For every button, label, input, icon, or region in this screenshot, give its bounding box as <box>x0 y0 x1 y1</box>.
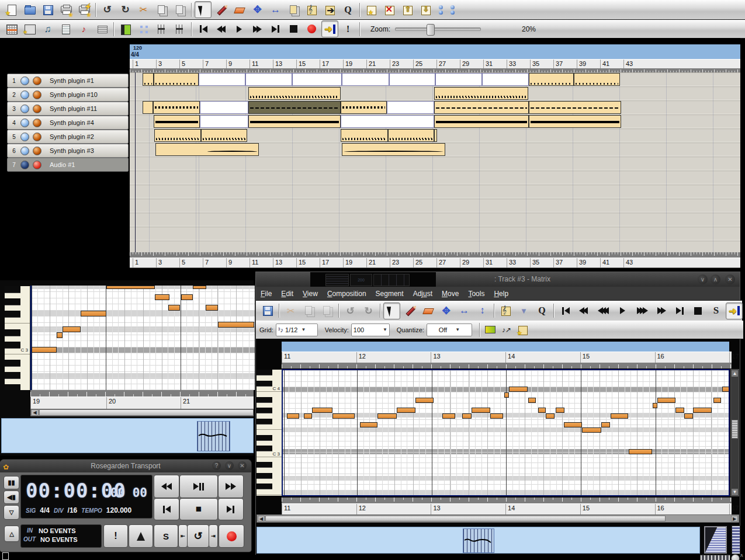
panorama-view-box[interactable] <box>463 528 494 553</box>
record-button[interactable] <box>219 524 244 548</box>
segment[interactable] <box>341 101 387 114</box>
segment[interactable] <box>143 73 154 86</box>
rewind-button[interactable] <box>575 302 592 319</box>
matrix-bar-ruler-bottom[interactable]: 11121314151617 <box>282 503 732 515</box>
close-icon[interactable]: ✕ <box>725 274 735 284</box>
midi-note[interactable] <box>206 305 218 311</box>
bar-ruler[interactable]: 192021 <box>30 396 254 409</box>
record-arm-led[interactable] <box>33 119 41 127</box>
vertical-scrollbar[interactable]: ▲ ▼ <box>730 369 739 496</box>
horizontal-zoom-slider[interactable] <box>700 555 730 560</box>
segment[interactable] <box>387 101 434 114</box>
panic-button[interactable]: ! <box>103 524 128 548</box>
track-header-3[interactable]: 3Synth plugin #11 <box>7 102 129 116</box>
segment[interactable] <box>342 143 445 156</box>
play-button[interactable] <box>614 302 631 319</box>
midi-note[interactable] <box>462 413 472 419</box>
segment[interactable] <box>388 129 434 142</box>
midi-note[interactable] <box>546 413 555 419</box>
midi-note[interactable] <box>81 311 106 316</box>
maximize-icon[interactable]: ∧ <box>711 274 720 284</box>
midi-note[interactable] <box>490 413 503 419</box>
segment[interactable] <box>389 73 435 86</box>
black-key[interactable] <box>5 342 20 349</box>
black-key[interactable] <box>5 372 20 379</box>
rewind-to-start-button[interactable] <box>557 302 574 319</box>
midi-note[interactable] <box>332 413 355 419</box>
zoom-slider[interactable] <box>395 27 481 31</box>
black-key[interactable] <box>257 419 272 425</box>
menu-help[interactable]: Help <box>489 290 513 298</box>
shade-icon[interactable]: ∨ <box>698 274 708 284</box>
midi-note[interactable] <box>684 413 693 419</box>
matrix-note-grid[interactable] <box>282 369 730 496</box>
black-key[interactable] <box>257 435 272 441</box>
stop-button[interactable]: ■ <box>179 498 218 520</box>
midi-mixer-button[interactable] <box>117 20 134 37</box>
midi-note[interactable] <box>564 422 582 427</box>
midi-note[interactable] <box>106 286 155 289</box>
step-back-button[interactable]: ◀▮ <box>4 491 19 504</box>
loop-end-button[interactable]: ⇥ <box>209 524 218 548</box>
menu-move[interactable]: Move <box>437 290 463 298</box>
panorama-strip[interactable] <box>1 418 254 453</box>
cut-button[interactable]: ✂ <box>282 302 299 319</box>
record-button[interactable] <box>303 20 320 37</box>
midi-note[interactable] <box>415 398 434 403</box>
select-tool-button[interactable] <box>195 1 212 18</box>
mute-led[interactable] <box>20 76 29 85</box>
midi-note[interactable] <box>181 294 193 300</box>
zoom-panner-widget[interactable] <box>704 526 727 554</box>
midi-note[interactable] <box>528 398 536 403</box>
vertical-zoom-slider[interactable] <box>732 526 740 554</box>
menu-composition[interactable]: Composition <box>323 290 371 298</box>
mute-led[interactable] <box>20 119 29 127</box>
rewind-button[interactable] <box>154 475 179 498</box>
select-tool-button[interactable] <box>383 302 400 319</box>
rewind-to-start-button[interactable] <box>154 498 179 520</box>
play-pause-button[interactable] <box>179 475 218 498</box>
midi-note[interactable] <box>675 408 684 413</box>
track-label[interactable]: Synth plugin #1 <box>50 77 94 84</box>
black-key[interactable] <box>5 311 20 318</box>
segment-button[interactable]: ➔ <box>321 1 338 18</box>
bar-ruler-bottom[interactable]: 135791113151719212325272931333537394143 <box>130 258 740 268</box>
midi-out-led[interactable] <box>447 1 458 18</box>
draw-tool-button[interactable] <box>401 302 418 319</box>
midi-note[interactable] <box>713 398 721 403</box>
segment[interactable] <box>245 73 292 86</box>
black-key[interactable] <box>257 370 272 375</box>
midi-note[interactable] <box>509 387 528 392</box>
segment[interactable] <box>434 87 528 100</box>
segment[interactable] <box>155 143 259 156</box>
event-edit-button[interactable]: ✶ <box>21 20 38 37</box>
copy-button[interactable] <box>300 302 317 319</box>
matrix-bar-ruler-top[interactable]: 11121314151617 <box>282 352 732 364</box>
record-arm-led[interactable] <box>33 91 41 99</box>
stop-button[interactable] <box>689 302 706 319</box>
midi-note[interactable] <box>63 326 81 332</box>
notation-editor-button[interactable]: ♫ <box>39 20 56 37</box>
segment[interactable] <box>434 101 529 114</box>
piano-keyboard[interactable]: C 3 <box>5 286 30 390</box>
help-icon[interactable]: ? <box>212 461 221 470</box>
rewind-button[interactable] <box>213 20 230 37</box>
forward-to-end-button[interactable] <box>671 302 688 319</box>
midi-note[interactable] <box>504 392 509 398</box>
percussion-matrix-button[interactable]: ♪ <box>75 20 92 37</box>
mute-led[interactable] <box>20 133 29 141</box>
play-button[interactable] <box>231 20 248 37</box>
fast-forward-button[interactable] <box>249 20 266 37</box>
record-arm-led[interactable] <box>33 147 41 155</box>
open-file-button[interactable] <box>21 1 38 18</box>
mute-led[interactable] <box>20 147 29 155</box>
segment[interactable] <box>248 101 341 114</box>
velocity-tool-button[interactable]: ↕ <box>474 302 491 319</box>
resize-tool-button[interactable]: ↔ <box>456 302 473 319</box>
erase-tool-button[interactable] <box>420 302 436 319</box>
resize-tool-button[interactable]: ↔ <box>267 1 284 18</box>
black-key[interactable] <box>5 360 20 367</box>
midi-note[interactable] <box>32 347 57 353</box>
black-key[interactable] <box>257 484 272 489</box>
move-tool-button[interactable]: ✥ <box>438 302 455 319</box>
